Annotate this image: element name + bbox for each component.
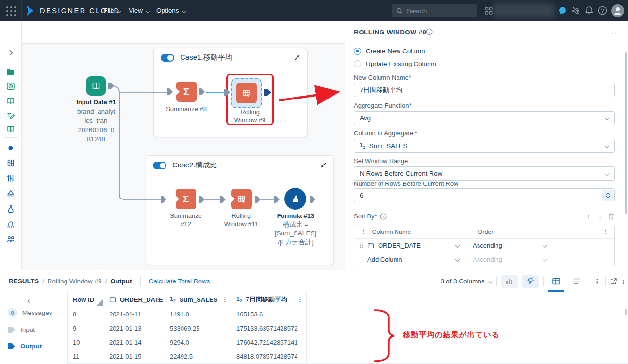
grid-scrollbar[interactable] — [625, 309, 627, 315]
column-menu-kebab-icon[interactable]: ⋮ — [297, 296, 303, 303]
case2-title: Case2.構成比 — [172, 161, 217, 170]
chevron-down-icon[interactable] — [455, 257, 460, 262]
sort-header-column-name: Column Name — [372, 229, 469, 235]
node-rolling-window-11[interactable] — [231, 189, 252, 209]
palette-reference-book-icon[interactable] — [6, 125, 15, 133]
menu-view[interactable]: View — [129, 0, 149, 21]
topbar-divider — [0, 0, 22, 21]
palette-union-icon[interactable] — [6, 220, 15, 229]
node-formula-13[interactable] — [284, 188, 306, 210]
svg-text:i: i — [429, 30, 430, 34]
svg-text:?: ? — [601, 8, 604, 14]
calculate-total-rows-link[interactable]: Calculate Total Rows — [149, 278, 210, 285]
messages-count-badge: 0 — [8, 308, 17, 317]
palette-layers-icon[interactable] — [6, 189, 15, 198]
cell-sum-sales: 9294.0 — [165, 335, 231, 349]
palette-join-tubes-icon[interactable] — [6, 159, 15, 167]
add-column-select[interactable]: Add Column — [367, 256, 456, 263]
case2-enable-toggle[interactable] — [153, 162, 166, 169]
suggestions-button[interactable] — [522, 275, 539, 288]
info-icon[interactable]: i — [426, 28, 433, 35]
chevron-down-icon[interactable] — [455, 243, 460, 248]
palette-dot-icon[interactable] — [6, 144, 15, 152]
panel-scrollbar[interactable] — [625, 52, 627, 214]
search-input[interactable]: Search — [392, 4, 477, 17]
menu-options[interactable]: Options — [156, 0, 186, 21]
palette-folder-icon[interactable] — [6, 67, 15, 76]
palette-edit-icon[interactable] — [6, 111, 15, 120]
columns-summary-dropdown[interactable]: 3 of 3 Columns — [441, 278, 492, 285]
expand-rail-chevron-icon[interactable] — [7, 50, 14, 56]
container-case2-header: Case2.構成比 — [146, 156, 333, 175]
topbar: DESIGNER CLOUD File View Options Search … — [0, 0, 628, 21]
palette-people-icon[interactable] — [6, 235, 15, 244]
sort-add-column-row: Add Column Ascending — [354, 252, 614, 266]
drag-handle-icon[interactable] — [359, 243, 364, 248]
kebab-icon[interactable]: ⋮ — [603, 228, 609, 235]
results-breadcrumb-node[interactable]: Rolling Window #9 — [48, 278, 102, 285]
stepper-down-icon[interactable] — [606, 196, 610, 199]
kebab-icon[interactable]: ⋮ — [360, 228, 366, 235]
radio-update-existing-column[interactable]: Update Existing Column — [354, 60, 436, 67]
chevron-down-icon[interactable] — [543, 243, 547, 248]
nav-output-tab[interactable]: Output — [8, 343, 42, 350]
grid-header-moving-average[interactable]: 12 7日間移動平均 ⋮ — [231, 292, 307, 307]
profile-chart-button[interactable] — [501, 275, 518, 288]
aggregate-function-select[interactable]: Avg — [354, 111, 615, 125]
node-rolling-window-9[interactable] — [236, 83, 257, 103]
info-icon[interactable]: i — [380, 213, 387, 220]
node-summarize-8[interactable]: Σ — [176, 82, 197, 102]
case1-enable-toggle[interactable] — [161, 54, 174, 62]
new-column-name-input[interactable]: 7日間移動平均 — [354, 83, 615, 97]
menu-file[interactable]: File — [103, 0, 121, 21]
collapse-panel-icon[interactable]: →← — [609, 29, 619, 35]
sort-column-value[interactable]: ORDER_DATE — [378, 242, 456, 249]
announcements-icon[interactable] — [572, 6, 581, 15]
sort-move-down-icon[interactable]: ↓ — [598, 213, 602, 220]
flow-canvas[interactable]: Case1.移動平均 Case2.構成比 Input Data #1 brand… — [22, 44, 345, 270]
palette-flask-icon[interactable] — [6, 204, 15, 213]
palette-transform-icon[interactable] — [6, 174, 15, 182]
node-summarize-12[interactable]: Σ — [176, 189, 196, 209]
notifications-bell-icon[interactable] — [585, 6, 594, 15]
grid-view-button[interactable] — [548, 275, 564, 288]
collapse-nav-chevron-icon[interactable]: ‹ — [27, 296, 30, 306]
apps-grid-icon[interactable] — [485, 7, 493, 15]
grid-header-order-date[interactable]: ORDER_DATE ⋮ — [104, 292, 165, 307]
window-range-select[interactable]: N Rows Before Current Row — [354, 166, 615, 181]
collapse-container-icon[interactable] — [320, 162, 327, 168]
node-summarize-12-label: Summarize #12 — [161, 212, 211, 228]
number-stepper[interactable] — [602, 190, 613, 201]
open-external-icon[interactable] — [610, 278, 617, 285]
list-view-button[interactable] — [569, 275, 585, 288]
chevron-down-icon[interactable] — [543, 257, 547, 262]
grid-header-row-id[interactable]: Row ID — [68, 292, 104, 307]
expand-panel-vertical-icon[interactable]: ↕ — [622, 277, 626, 285]
sort-move-up-icon[interactable]: ↑ — [587, 213, 590, 220]
user-avatar[interactable] — [611, 4, 625, 17]
results-breadcrumb-view[interactable]: Output — [110, 278, 132, 285]
radio-selected-icon — [354, 48, 361, 55]
chat-icon[interactable] — [558, 6, 567, 15]
column-to-aggregate-select[interactable]: 12 Sum_SALES — [354, 139, 615, 153]
sort-order-value[interactable]: Ascending — [473, 242, 543, 249]
radio-create-new-column[interactable]: Create New Column — [354, 48, 425, 55]
sort-delete-trash-icon[interactable] — [608, 213, 614, 220]
container-case2[interactable]: Case2.構成比 — [146, 155, 334, 265]
stepper-up-icon[interactable] — [606, 192, 610, 195]
collapse-container-icon[interactable] — [294, 54, 300, 61]
flow-toolbar: ↶ ↷ ⚙ BQ_LiveQuery Run Job — [22, 21, 345, 44]
nav-input-tab[interactable]: Input — [8, 326, 35, 333]
palette-recents-clock-icon[interactable] — [6, 82, 15, 91]
palette-book-icon[interactable] — [6, 97, 15, 105]
help-icon[interactable]: ? — [598, 6, 607, 15]
number-of-rows-input[interactable]: 6 — [354, 188, 615, 202]
column-menu-kebab-icon[interactable]: ⋮ — [222, 296, 228, 303]
grid-header-sum-sales[interactable]: 12 Sum_SALES ⋮ — [165, 292, 231, 307]
more-options-kebab-icon[interactable]: ⋮ — [595, 278, 601, 285]
node-input-data-1[interactable] — [86, 76, 106, 96]
nav-messages[interactable]: 0 Messages — [8, 308, 52, 317]
node-rolling-window-11-label: Rolling Window #11 — [216, 212, 266, 228]
divider — [140, 276, 141, 286]
column-menu-kebab-icon[interactable]: ⋮ — [155, 296, 162, 303]
